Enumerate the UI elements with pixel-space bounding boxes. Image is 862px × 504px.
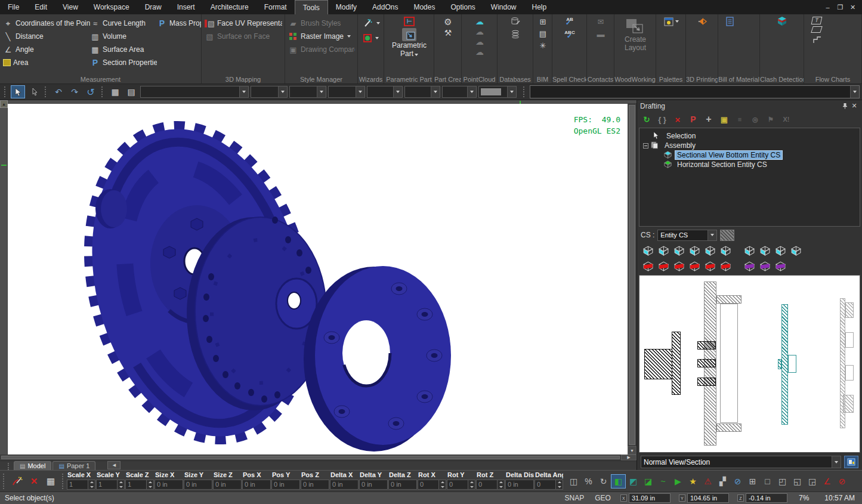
drafting-toolbar-icon[interactable]: ◎: [749, 114, 761, 125]
snap-toggle-icon[interactable]: %: [581, 474, 596, 488]
transform-field-value[interactable]: 0 in: [213, 480, 242, 490]
snap-toggle-icon[interactable]: ◲: [805, 474, 820, 488]
snap-toggle-icon[interactable]: ↻: [596, 474, 611, 488]
close-button[interactable]: ✕: [846, 2, 859, 13]
transform-field-value[interactable]: 1: [96, 480, 118, 490]
drafting-toolbar-icon[interactable]: ⚑: [765, 114, 777, 125]
color-combo[interactable]: [478, 86, 517, 98]
menu-item[interactable]: View: [55, 0, 86, 14]
minimize-button[interactable]: –: [821, 2, 834, 13]
drafting-toolbar-icon[interactable]: ▣: [718, 114, 730, 125]
geo-toggle[interactable]: GEO: [595, 494, 611, 502]
drafting-toolbar-icon[interactable]: ×: [672, 114, 684, 125]
flow-step-line-icon[interactable]: [812, 35, 822, 44]
raster-image-button[interactable]: Raster Image: [288, 30, 355, 43]
mail-icon[interactable]: ✉: [596, 17, 606, 26]
transform-field-value[interactable]: 0: [418, 480, 439, 490]
command-combo[interactable]: [530, 85, 860, 98]
menu-item[interactable]: Workspace: [86, 0, 137, 14]
menu-item[interactable]: Insert: [169, 0, 203, 14]
cs-orientation-button[interactable]: [743, 244, 756, 257]
snap-toggle-icon[interactable]: ★: [685, 474, 700, 488]
cs-orientation-button[interactable]: [789, 244, 803, 257]
viewport-left-strip[interactable]: [0, 104, 8, 454]
spinner[interactable]: [147, 480, 154, 490]
spinner[interactable]: [118, 480, 125, 490]
horizontal-scrollbar[interactable]: ▶: [0, 454, 637, 460]
scroll-right-icon[interactable]: ▶: [621, 454, 637, 460]
palettes-icon[interactable]: [663, 17, 673, 26]
regen-button[interactable]: ↺: [84, 85, 98, 98]
menu-item[interactable]: Modes: [406, 0, 443, 14]
cs-section-button[interactable]: [719, 259, 733, 273]
face-uv-button[interactable]: ▧Face UV Representation: [205, 17, 282, 30]
layer-combo-arrow-icon[interactable]: [239, 86, 248, 97]
tree-item-entity-cs[interactable]: Horizontal Section Entity CS: [642, 160, 857, 169]
snap-toggle-icon[interactable]: ~: [656, 474, 671, 488]
snap-toggle-icon[interactable]: ◫: [566, 474, 581, 488]
snap-toggle-icon[interactable]: ⊞: [745, 474, 760, 488]
tab-paper1[interactable]: ▤Paper 1: [52, 461, 95, 470]
snap-toggle-icon[interactable]: ⊘: [730, 474, 745, 488]
menu-item[interactable]: Modify: [328, 0, 364, 14]
volume-button[interactable]: ▥Volume: [90, 30, 157, 43]
transform-field-value[interactable]: 1: [67, 480, 88, 490]
wizard-wand-button[interactable]: [363, 17, 380, 30]
menu-item[interactable]: AddOns: [364, 0, 406, 14]
bim-wizard-icon[interactable]: ✳: [538, 41, 548, 50]
y-coordinate-value[interactable]: 104.65 in: [687, 493, 729, 503]
gear-assembly-model[interactable]: [8, 104, 628, 452]
cs-orientation-button[interactable]: [719, 244, 733, 257]
toolbar-grip[interactable]: [4, 86, 7, 97]
3d-printing-icon[interactable]: [697, 17, 707, 26]
brush-styles-button[interactable]: ▰Brush Styles: [288, 17, 355, 30]
spinner[interactable]: [556, 480, 563, 490]
angle-button[interactable]: ∠Angle: [3, 43, 90, 56]
menu-item[interactable]: Architecture: [203, 0, 257, 14]
database-edit-icon[interactable]: [511, 17, 521, 26]
drafting-toolbar-icon[interactable]: +: [703, 114, 715, 125]
menu-item[interactable]: Tools: [295, 0, 328, 14]
flow-parallelogram-icon[interactable]: [811, 26, 823, 33]
transform-field-value[interactable]: 0 in: [155, 480, 183, 490]
snap-toggle-icon[interactable]: ◩: [626, 474, 641, 488]
transform-field-value[interactable]: 0 in: [184, 480, 212, 490]
snap-toggle-icon[interactable]: ∠: [820, 474, 835, 488]
snap-toggle[interactable]: SNAP: [565, 494, 585, 502]
pointcloud-icon[interactable]: ☁: [475, 47, 485, 57]
tree-item-selection[interactable]: Selection: [642, 131, 857, 141]
snap-toggle-icon[interactable]: ⚠: [700, 474, 715, 488]
cs-section-button[interactable]: [743, 259, 756, 273]
tab-model[interactable]: ▤Model: [14, 461, 51, 470]
snap-toggle-icon[interactable]: ◧: [611, 474, 626, 488]
transform-field-value[interactable]: 0 in: [271, 480, 300, 490]
parametric-constraint-icon[interactable]: ⊢: [404, 17, 415, 26]
combo-1[interactable]: [251, 86, 288, 98]
database-stack-icon[interactable]: [511, 30, 521, 39]
layer-combo[interactable]: [140, 86, 249, 98]
pick-cursor-button[interactable]: [27, 85, 41, 98]
cs-section-button[interactable]: [758, 259, 772, 273]
bim-panel-icon[interactable]: ▤: [538, 29, 548, 38]
clash-detection-icon[interactable]: [777, 17, 787, 26]
snap-toggle-icon[interactable]: ◰: [775, 474, 790, 488]
cs-section-button[interactable]: [641, 259, 655, 273]
menu-item[interactable]: Edit: [27, 0, 55, 14]
view-settings-button[interactable]: [844, 456, 858, 468]
transform-field-value[interactable]: 0 in: [301, 480, 329, 490]
drafting-toolbar-icon[interactable]: ↻: [641, 114, 653, 125]
cs-orientation-button[interactable]: [641, 244, 655, 257]
transform-field-value[interactable]: 0: [447, 480, 468, 490]
cs-orientation-button[interactable]: [758, 244, 772, 257]
collapse-icon[interactable]: [643, 143, 648, 149]
cs-section-button[interactable]: [672, 259, 686, 273]
scroll-corner-button[interactable]: ▲: [0, 100, 8, 108]
pointcloud-icon[interactable]: ☁: [475, 37, 485, 47]
cs-combo[interactable]: Entity CS: [657, 230, 717, 241]
snap-toggle-icon[interactable]: ▶: [671, 474, 685, 488]
vertical-scrollbar-thumb[interactable]: [629, 105, 635, 445]
coordinates-of-point-button[interactable]: ⌖Coordinates of the Point: [3, 17, 90, 30]
cs-section-button[interactable]: [657, 259, 671, 273]
z-coordinate-value[interactable]: -0.14 in: [746, 493, 787, 503]
transform-field-value[interactable]: 0: [476, 480, 498, 490]
